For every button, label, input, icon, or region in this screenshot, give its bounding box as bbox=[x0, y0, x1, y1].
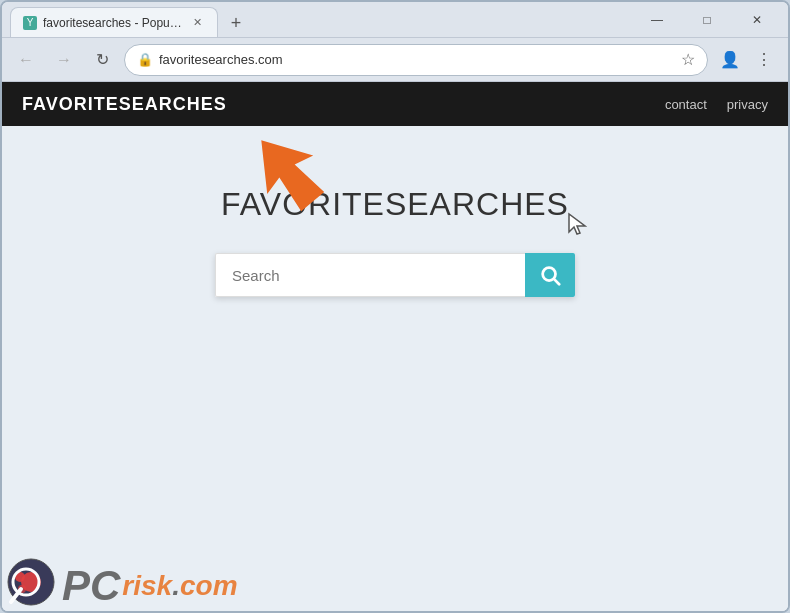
new-tab-button[interactable]: + bbox=[222, 9, 250, 37]
site-nav: contact privacy bbox=[665, 97, 768, 112]
forward-button[interactable]: → bbox=[48, 44, 80, 76]
tab-close-button[interactable]: ✕ bbox=[189, 15, 205, 31]
site-main: FAVORITESEARCHES bbox=[2, 126, 788, 611]
svg-line-2 bbox=[554, 279, 559, 284]
watermark-pc-text: PC bbox=[62, 565, 120, 607]
pcrisk-icon bbox=[6, 557, 56, 607]
search-button[interactable] bbox=[525, 253, 575, 297]
page-content: FAVORITESEARCHES contact privacy FAVORIT… bbox=[2, 82, 788, 611]
site-header: FAVORITESEARCHES contact privacy bbox=[2, 82, 788, 126]
privacy-link[interactable]: privacy bbox=[727, 97, 768, 112]
search-icon bbox=[539, 264, 561, 286]
active-tab[interactable]: Y favoritesearches - Popular Sear... ✕ bbox=[10, 7, 218, 37]
tab-bar: Y favoritesearches - Popular Sear... ✕ + bbox=[10, 2, 634, 37]
back-button[interactable]: ← bbox=[10, 44, 42, 76]
browser-window: Y favoritesearches - Popular Sear... ✕ +… bbox=[0, 0, 790, 613]
refresh-button[interactable]: ↻ bbox=[86, 44, 118, 76]
site-title: FAVORITESEARCHES bbox=[221, 186, 569, 223]
search-input[interactable] bbox=[215, 253, 525, 297]
address-input[interactable] bbox=[159, 52, 681, 67]
maximize-button[interactable]: □ bbox=[684, 2, 730, 38]
window-controls: — □ ✕ bbox=[634, 2, 780, 38]
contact-link[interactable]: contact bbox=[665, 97, 707, 112]
profile-button[interactable]: 👤 bbox=[714, 44, 746, 76]
watermark: PC risk.com bbox=[2, 553, 242, 611]
site-logo: FAVORITESEARCHES bbox=[22, 94, 227, 115]
minimize-button[interactable]: — bbox=[634, 2, 680, 38]
nav-right-icons: 👤 ⋮ bbox=[714, 44, 780, 76]
menu-button[interactable]: ⋮ bbox=[748, 44, 780, 76]
address-bar-container[interactable]: 🔒 ☆ bbox=[124, 44, 708, 76]
secure-icon: 🔒 bbox=[137, 52, 153, 67]
title-bar: Y favoritesearches - Popular Sear... ✕ +… bbox=[2, 2, 788, 38]
bookmark-star-icon[interactable]: ☆ bbox=[681, 50, 695, 69]
tab-favicon: Y bbox=[23, 16, 37, 30]
close-window-button[interactable]: ✕ bbox=[734, 2, 780, 38]
tab-title: favoritesearches - Popular Sear... bbox=[43, 16, 183, 30]
search-container bbox=[215, 253, 575, 297]
watermark-risk-text: risk.com bbox=[122, 572, 237, 600]
watermark-logo: PC risk.com bbox=[62, 565, 238, 607]
nav-bar: ← → ↻ 🔒 ☆ 👤 ⋮ bbox=[2, 38, 788, 82]
